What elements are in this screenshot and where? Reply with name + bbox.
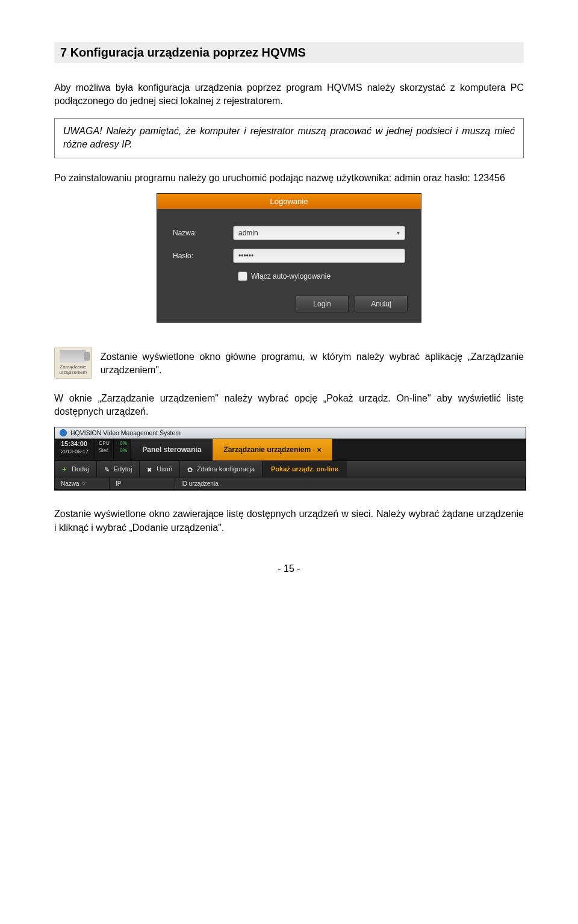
device-management-icon-label: Zarządzanie urządzeniem [56, 365, 90, 376]
section-title: 7 Konfiguracja urządzenia poprzez HQVMS [54, 42, 524, 63]
page-number: - 15 - [54, 563, 524, 574]
add-button[interactable]: + Dodaj [55, 461, 97, 477]
show-online-devices-button[interactable]: Pokaż urządz. on-line [263, 461, 347, 477]
toolbar: + Dodaj Edytuj Usuń Zdalna konfiguracja … [55, 460, 526, 477]
delete-icon [147, 466, 154, 473]
app-window: HQVISION Video Management System 15:34:0… [54, 427, 526, 491]
login-name-value: admin [238, 229, 258, 237]
remote-config-button[interactable]: Zdalna konfiguracja [180, 461, 263, 477]
clock-time: 15:34:00 [61, 440, 89, 448]
paragraph-3: Zostanie wyświetlone okno główne program… [101, 350, 524, 377]
column-header-name[interactable]: Nazwa ▽ [55, 477, 110, 489]
app-icon [60, 429, 67, 436]
column-header-ip[interactable]: IP [110, 477, 175, 489]
net-label: Sieć [99, 447, 109, 453]
login-password-value: •••••• [238, 252, 253, 260]
pencil-icon [104, 466, 111, 473]
plus-icon: + [62, 466, 69, 473]
tab-device-management[interactable]: Zarządzanie urządzeniem ✕ [213, 439, 333, 460]
app-titlebar: HQVISION Video Management System [55, 427, 526, 439]
paragraph-2: Po zainstalowaniu programu należy go uru… [54, 172, 524, 185]
gear-icon [187, 466, 194, 473]
cancel-button[interactable]: Anuluj [355, 296, 408, 312]
tab-device-management-label: Zarządzanie urządzeniem [223, 445, 311, 454]
tab-control-panel[interactable]: Panel sterowania [131, 439, 213, 460]
add-button-label: Dodaj [72, 465, 89, 473]
login-dialog: Logowanie Nazwa: admin ▾ Hasło: •••••• W… [157, 193, 421, 323]
paragraph-4: W oknie „Zarządzanie urządzeniem" należy… [54, 392, 524, 419]
paragraph-5: Zostanie wyświetlone okno zawierające li… [54, 507, 524, 535]
column-header-device-id[interactable]: ID urządzenia [175, 477, 526, 489]
table-header: Nazwa ▽ IP ID urządzenia [55, 477, 526, 490]
auto-logout-checkbox[interactable] [238, 271, 247, 281]
login-dialog-title: Logowanie [157, 194, 421, 209]
camera-icon [60, 350, 86, 363]
login-button[interactable]: Login [296, 296, 349, 312]
net-value: 0% [120, 447, 127, 453]
column-header-name-label: Nazwa [61, 480, 79, 487]
delete-button-label: Usuń [157, 465, 172, 473]
remote-config-button-label: Zdalna konfiguracja [197, 465, 255, 473]
login-password-input[interactable]: •••••• [233, 249, 405, 263]
cpu-label: CPU [99, 440, 110, 446]
clock-date: 2013-06-17 [61, 448, 89, 455]
device-management-app-icon[interactable]: Zarządzanie urządzeniem [54, 347, 92, 379]
warning-box: UWAGA! Należy pamiętać, że komputer i re… [54, 118, 524, 158]
login-name-label: Nazwa: [173, 229, 233, 237]
paragraph-1: Aby możliwa była konfiguracja urządzenia… [54, 81, 524, 108]
edit-button[interactable]: Edytuj [97, 461, 140, 477]
login-password-label: Hasło: [173, 252, 233, 260]
cpu-value: 0% [120, 440, 127, 446]
edit-button-label: Edytuj [114, 465, 132, 473]
app-title: HQVISION Video Management System [70, 429, 181, 436]
sort-icon: ▽ [82, 481, 85, 486]
app-topbar: 15:34:00 2013-06-17 CPU Sieć 0% 0% Panel… [55, 439, 526, 460]
auto-logout-label: Włącz auto-wylogowanie [251, 272, 331, 281]
delete-button[interactable]: Usuń [140, 461, 180, 477]
chevron-down-icon[interactable]: ▾ [397, 229, 400, 236]
login-name-input[interactable]: admin ▾ [233, 226, 405, 240]
close-icon[interactable]: ✕ [317, 447, 322, 453]
